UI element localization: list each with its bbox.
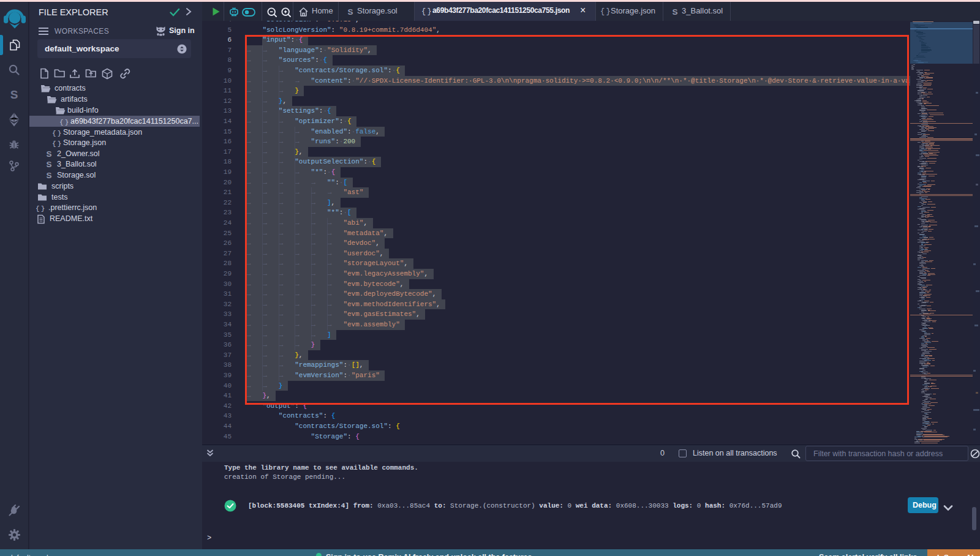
svg-text:S: S	[672, 7, 677, 16]
svg-text:S: S	[46, 171, 51, 179]
svg-text:S: S	[46, 160, 51, 168]
svg-text:S: S	[347, 7, 353, 16]
svg-text:S: S	[46, 149, 51, 158]
svg-text:S: S	[10, 88, 18, 100]
